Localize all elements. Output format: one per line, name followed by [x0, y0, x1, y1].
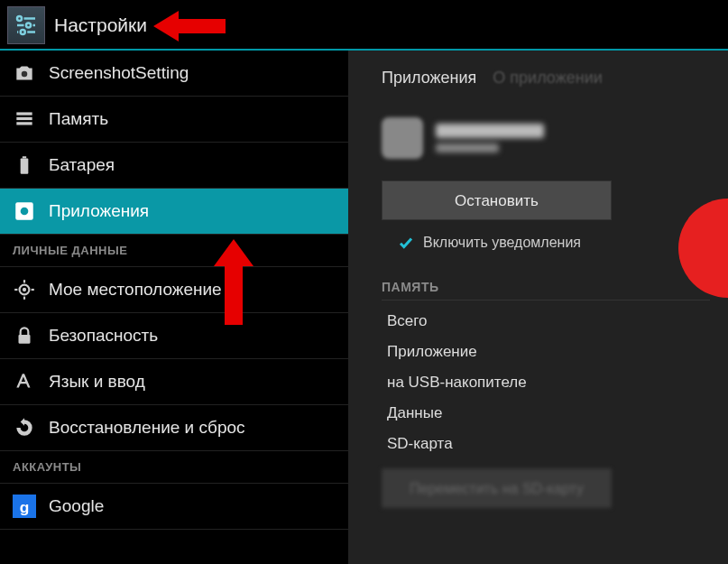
- settings-sidebar: ScreenshotSetting Память Батарея Приложе…: [0, 51, 349, 564]
- svg-point-15: [21, 208, 29, 216]
- sidebar-item-label: Мое местоположение: [49, 280, 222, 300]
- sidebar-item-label: Приложения: [49, 201, 149, 221]
- mem-row-app: Приложение: [382, 337, 710, 367]
- svg-rect-10: [16, 117, 32, 120]
- svg-point-8: [22, 71, 28, 78]
- check-icon: [398, 235, 414, 251]
- memory-section-header: ПАМЯТЬ: [382, 274, 710, 300]
- sidebar-section-personal: ЛИЧНЫЕ ДАННЫЕ: [0, 235, 348, 267]
- lock-icon: [13, 324, 36, 347]
- sidebar-item-location[interactable]: Мое местоположение: [0, 267, 348, 313]
- sidebar-item-battery[interactable]: Батарея: [0, 143, 348, 189]
- detail-tabs: Приложения О приложении: [382, 51, 710, 105]
- app-icon: [382, 117, 423, 159]
- battery-icon: [13, 153, 36, 177]
- svg-rect-13: [23, 156, 26, 158]
- language-icon: [13, 370, 36, 393]
- sidebar-item-label: Батарея: [49, 155, 115, 175]
- svg-point-2: [26, 23, 31, 27]
- sidebar-item-security[interactable]: Безопасность: [0, 313, 348, 359]
- tab-about[interactable]: О приложении: [493, 69, 602, 88]
- sidebar-item-label: Язык и ввод: [49, 372, 145, 392]
- location-icon: [13, 278, 36, 301]
- sidebar-item-google[interactable]: g Google: [0, 484, 348, 530]
- sidebar-section-accounts: АККАУНТЫ: [0, 451, 348, 484]
- svg-text:g: g: [20, 498, 30, 516]
- sidebar-item-label: Память: [49, 109, 108, 129]
- sidebar-item-storage[interactable]: Память: [0, 97, 348, 143]
- tab-apps[interactable]: Приложения: [382, 69, 476, 88]
- page-title: Настройки: [54, 14, 147, 36]
- svg-point-17: [23, 289, 25, 291]
- sidebar-item-language[interactable]: Язык и ввод: [0, 359, 348, 405]
- svg-point-0: [17, 16, 22, 21]
- storage-icon: [13, 107, 36, 131]
- svg-point-5: [21, 30, 25, 34]
- svg-rect-12: [21, 158, 29, 173]
- notifications-checkbox-row[interactable]: Включить уведомления: [382, 235, 710, 251]
- app-detail-panel: Приложения О приложении Остановить Включ…: [349, 51, 728, 564]
- sidebar-item-label: Безопасность: [49, 326, 158, 346]
- app-name-blurred: [436, 124, 544, 153]
- stop-button[interactable]: Остановить: [382, 180, 612, 220]
- move-to-sd-button[interactable]: Переместить на SD-карту: [382, 468, 612, 508]
- sidebar-item-label: Восстановление и сброс: [49, 418, 245, 438]
- checkbox-label: Включить уведомления: [423, 235, 581, 251]
- mem-row-usb: на USB-накопителе: [382, 367, 710, 398]
- svg-rect-11: [16, 122, 32, 125]
- svg-rect-9: [16, 112, 32, 115]
- camera-icon: [13, 61, 36, 85]
- google-icon: g: [13, 495, 36, 518]
- apps-icon: [13, 199, 36, 223]
- settings-icon: [7, 6, 45, 44]
- mem-row-total: Всего: [382, 306, 710, 337]
- reset-icon: [13, 416, 36, 439]
- sidebar-item-reset[interactable]: Восстановление и сброс: [0, 405, 348, 451]
- mem-row-data: Данные: [382, 398, 710, 429]
- mem-row-sd: SD-карта: [382, 429, 710, 459]
- sidebar-item-apps[interactable]: Приложения: [0, 189, 348, 235]
- app-header-row: [382, 114, 710, 162]
- sidebar-item-label: Google: [49, 496, 104, 516]
- app-header: Настройки: [0, 1, 728, 51]
- sidebar-item-screenshot[interactable]: ScreenshotSetting: [0, 51, 348, 97]
- svg-rect-22: [19, 335, 31, 344]
- sidebar-item-label: ScreenshotSetting: [49, 63, 189, 83]
